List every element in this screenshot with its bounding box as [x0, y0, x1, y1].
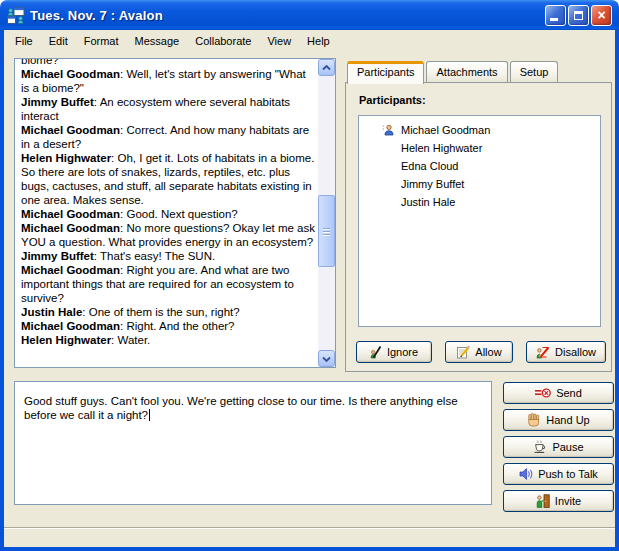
- participant-name: Helen Highwater: [401, 142, 482, 154]
- chat-message-author: Justin Hale:: [21, 306, 86, 318]
- chat-message-author: Michael Goodman:: [21, 320, 123, 332]
- allow-button[interactable]: Allow: [445, 341, 513, 363]
- chat-message-author: Michael Goodman:: [21, 124, 123, 136]
- allow-icon: [456, 345, 470, 359]
- invite-icon: [536, 494, 550, 508]
- participants-label: Participants:: [359, 94, 426, 106]
- participant-row[interactable]: Edna Cloud: [359, 157, 600, 175]
- chat-message-author: Helen Highwater:: [21, 334, 114, 346]
- scroll-down-button[interactable]: [318, 350, 335, 367]
- send-button[interactable]: Send: [503, 382, 614, 404]
- window-body: File Edit Format Message Collaborate Vie…: [0, 30, 619, 551]
- hand-icon: [527, 413, 541, 427]
- maximize-button[interactable]: [568, 5, 589, 26]
- speaking-icon: [375, 124, 401, 136]
- invite-label: Invite: [555, 495, 581, 507]
- participant-name: Justin Hale: [401, 196, 455, 208]
- participants-list[interactable]: Michael Goodman Helen Highwater: [358, 115, 601, 327]
- scroll-up-button[interactable]: [318, 59, 335, 76]
- tab-bar: Participants Attachments Setup: [347, 61, 560, 83]
- status-bar: [4, 527, 615, 547]
- tab-attachments[interactable]: Attachments: [426, 61, 507, 82]
- chat-message: Helen Highwater: Oh, I get it. Lots of h…: [21, 151, 315, 207]
- chat-message: Michael Goodman: Correct. And how many h…: [21, 123, 315, 151]
- send-label: Send: [556, 387, 582, 399]
- participant-row[interactable]: Jimmy Buffet: [359, 175, 600, 193]
- disallow-icon: [536, 345, 550, 359]
- menu-item[interactable]: Edit: [41, 32, 76, 50]
- chat-transcript[interactable]: : biome? Michael Goodman: Well, let's st…: [14, 58, 336, 368]
- participant-row[interactable]: Justin Hale: [359, 193, 600, 211]
- chat-scrollbar[interactable]: [318, 59, 335, 367]
- message-input[interactable]: Good stuff guys. Can't fool you. We're g…: [14, 381, 492, 505]
- allow-label: Allow: [475, 346, 501, 358]
- chat-message-author: Helen Highwater:: [21, 152, 114, 164]
- chat-message: Helen Highwater: Water.: [21, 333, 315, 347]
- pause-button[interactable]: Pause: [503, 436, 614, 458]
- close-button[interactable]: ×: [591, 5, 612, 26]
- menu-item[interactable]: View: [259, 32, 299, 50]
- chat-message-text: Good. Next question?: [126, 208, 237, 220]
- ignore-label: Ignore: [387, 346, 418, 358]
- send-icon: [535, 387, 551, 399]
- participant-name: Edna Cloud: [401, 160, 459, 172]
- chat-text: : biome? Michael Goodman: Well, let's st…: [15, 59, 318, 367]
- title-bar: Tues. Nov. 7 : Avalon ×: [0, 0, 619, 30]
- chevron-down-icon: [322, 356, 331, 362]
- chat-message-author: Jimmy Buffet:: [21, 96, 97, 108]
- chat-message-author: Michael Goodman:: [21, 208, 123, 220]
- push-to-talk-button[interactable]: Push to Talk: [503, 463, 614, 485]
- scroll-thumb[interactable]: [318, 195, 335, 267]
- app-icon: [7, 7, 25, 24]
- minimize-button[interactable]: [545, 5, 566, 26]
- app-window: Tues. Nov. 7 : Avalon × File Edit Format…: [0, 0, 619, 551]
- text-caret: [149, 409, 150, 421]
- chat-message-author: Michael Goodman:: [21, 222, 123, 234]
- speaker-icon: [519, 468, 533, 480]
- chat-message-text: Water.: [118, 334, 151, 346]
- chat-message-text: One of them is the sun, right?: [89, 306, 240, 318]
- chat-message: Michael Goodman: Right you are. And what…: [21, 263, 315, 305]
- close-icon: ×: [597, 8, 605, 22]
- chat-message: Jimmy Buffet: That's easy! The SUN.: [21, 249, 315, 263]
- minimize-icon: [550, 18, 558, 21]
- participant-actions: Ignore Allow: [356, 341, 606, 363]
- menu-item[interactable]: Message: [127, 32, 188, 50]
- maximize-icon: [574, 11, 583, 20]
- participants-panel: Participants: Michael Goodman: [345, 82, 612, 372]
- participant-name: Michael Goodman: [401, 124, 490, 136]
- chat-message: Jimmy Buffet: An ecosystem where several…: [21, 95, 315, 123]
- chat-message-text: biome?: [21, 59, 59, 66]
- disallow-label: Disallow: [555, 346, 596, 358]
- participant-row[interactable]: Michael Goodman: [359, 121, 600, 139]
- chat-message-text: That's easy! The SUN.: [100, 250, 215, 262]
- tab-setup[interactable]: Setup: [510, 61, 559, 82]
- tab-participants[interactable]: Participants: [347, 61, 424, 84]
- menu-item[interactable]: Help: [299, 32, 338, 50]
- chat-message-author: Michael Goodman:: [21, 68, 123, 80]
- action-buttons: Send Hand Up: [503, 382, 614, 512]
- ignore-button[interactable]: Ignore: [356, 341, 432, 363]
- menu-item[interactable]: Collaborate: [187, 32, 259, 50]
- chat-message: Michael Goodman: Good. Next question?: [21, 207, 315, 221]
- pause-label: Pause: [552, 441, 583, 453]
- window-title: Tues. Nov. 7 : Avalon: [30, 8, 545, 23]
- menu-item[interactable]: File: [7, 32, 41, 50]
- hand-up-button[interactable]: Hand Up: [503, 409, 614, 431]
- participant-row[interactable]: Helen Highwater: [359, 139, 600, 157]
- menu-bar: File Edit Format Message Collaborate Vie…: [4, 30, 615, 51]
- participant-name: Jimmy Buffet: [401, 178, 464, 190]
- disallow-button[interactable]: Disallow: [526, 341, 606, 363]
- coffee-cup-icon: [533, 440, 547, 454]
- message-input-text: Good stuff guys. Can't fool you. We're g…: [24, 395, 458, 421]
- push-to-talk-label: Push to Talk: [538, 468, 598, 480]
- menu-item[interactable]: Format: [76, 32, 127, 50]
- chat-message: Justin Hale: One of them is the sun, rig…: [21, 305, 315, 319]
- chat-message: Michael Goodman: Well, let's start by an…: [21, 67, 315, 95]
- chat-message-author: Jimmy Buffet:: [21, 250, 97, 262]
- chat-message-author: Michael Goodman:: [21, 264, 123, 276]
- chat-message: Michael Goodman: No more questions? Okay…: [21, 221, 315, 249]
- ignore-icon: [370, 345, 382, 359]
- invite-button[interactable]: Invite: [503, 490, 614, 512]
- chat-message: : biome?: [21, 59, 315, 67]
